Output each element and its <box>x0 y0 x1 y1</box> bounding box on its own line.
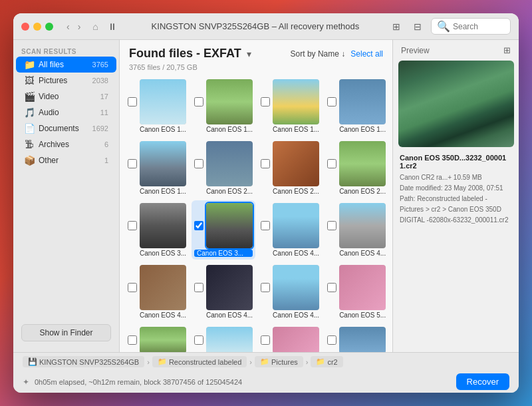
file-checkbox[interactable] <box>261 221 270 230</box>
list-item[interactable]: Canon EOS 3... <box>192 200 255 260</box>
file-name: Canon EOS 2... <box>194 188 253 195</box>
window-title: KINGSTON SNVP325S264GB – All recovery me… <box>128 21 383 31</box>
recover-button[interactable]: Recover <box>456 373 509 390</box>
folder-icon-2: 📁 <box>260 357 269 366</box>
file-name: Canon EOS 4... <box>194 311 253 319</box>
list-item[interactable] <box>192 324 255 352</box>
sort-button[interactable]: Sort by Name ↓ <box>291 49 346 59</box>
file-checkbox[interactable] <box>128 159 137 168</box>
sidebar-item-other[interactable]: 📦 Other 1 <box>16 152 116 168</box>
breadcrumb-sep-2: › <box>249 358 252 366</box>
pause-button[interactable]: ⏸ <box>108 21 117 32</box>
list-item[interactable]: Canon EOS 1... <box>258 77 322 136</box>
back-button[interactable]: ‹ <box>64 20 72 33</box>
list-item[interactable]: Canon EOS 2... <box>258 138 322 198</box>
sidebar-item-video[interactable]: 🎬 Video 17 <box>16 89 116 104</box>
file-checkbox[interactable] <box>261 97 270 106</box>
file-checkbox[interactable] <box>261 283 270 292</box>
sidebar-item-audio[interactable]: 🎵 Audio 11 <box>16 104 116 120</box>
sliders-button[interactable]: ⊟ <box>410 19 426 34</box>
sidebar-item-pictures[interactable]: 🖼 Pictures 2038 <box>16 73 116 89</box>
preview-meta: Canon CR2 ra...+ 10.59 MB Date modified:… <box>393 171 519 227</box>
main-window: ‹ › ⌂ ⏸ KINGSTON SNVP325S264GB – All rec… <box>13 13 519 393</box>
list-item[interactable]: Canon EOS 4... <box>125 262 189 321</box>
breadcrumb-item-reconstructed[interactable]: 📁 Reconstructed labeled <box>152 356 247 367</box>
file-checkbox[interactable] <box>327 97 336 106</box>
sidebar-label-audio: Audio <box>39 108 96 117</box>
list-item[interactable]: Canon EOS 1... <box>325 77 388 136</box>
sidebar-label-video: Video <box>39 92 96 101</box>
sidebar-label-archives: Archives <box>39 140 100 149</box>
file-checkbox[interactable] <box>194 97 203 106</box>
list-item[interactable]: Canon EOS 1... <box>125 138 189 198</box>
sidebar-label-other: Other <box>39 156 100 165</box>
file-checkbox[interactable] <box>327 283 336 292</box>
sidebar-section-label: Scan results <box>13 45 119 57</box>
file-checkbox[interactable] <box>327 159 336 168</box>
sidebar-item-archives[interactable]: 🗜 Archives 6 <box>16 136 116 152</box>
file-name: Canon EOS 1... <box>128 126 186 133</box>
preview-options-icon[interactable]: ⊞ <box>503 45 511 55</box>
preview-path-value: Reconstructed labeled - Pictures > cr2 >… <box>400 195 508 224</box>
file-name: Canon EOS 1... <box>194 126 253 133</box>
sidebar-item-documents[interactable]: 📄 Documents 1692 <box>16 120 116 136</box>
list-item[interactable]: Canon EOS 4... <box>192 262 255 321</box>
preview-type: Canon CR2 ra...+ 10.59 MB <box>400 172 512 183</box>
file-name: Canon EOS 4... <box>261 250 319 257</box>
file-checkbox[interactable] <box>128 221 137 230</box>
file-checkbox[interactable] <box>194 221 203 230</box>
fullscreen-button[interactable] <box>45 23 53 31</box>
close-button[interactable] <box>21 23 29 31</box>
traffic-lights <box>21 23 53 31</box>
breadcrumb-item-drive[interactable]: 💾 KINGSTON SNVP325S264GB <box>23 356 144 367</box>
list-item[interactable]: Canon EOS 4... <box>258 262 322 321</box>
list-item[interactable] <box>258 324 322 352</box>
file-checkbox[interactable] <box>128 97 137 106</box>
file-checkbox[interactable] <box>261 159 270 168</box>
forward-button[interactable]: › <box>75 20 84 33</box>
search-input[interactable] <box>453 22 513 31</box>
titlebar: ‹ › ⌂ ⏸ KINGSTON SNVP325S264GB – All rec… <box>13 13 519 40</box>
search-box: 🔍 <box>431 18 511 35</box>
sidebar-label-all-files: All files <box>39 60 88 69</box>
preview-panel: Preview ⊞ Canon EOS 350D...3232_000011.c… <box>392 40 519 352</box>
sidebar-item-all-files[interactable]: 📁 All files 3765 <box>16 57 116 73</box>
home-button[interactable]: ⌂ <box>88 20 102 33</box>
breadcrumb-item-pictures[interactable]: 📁 Pictures <box>255 356 303 367</box>
sidebar: Scan results 📁 All files 3765 🖼 Pictures… <box>13 40 120 352</box>
list-item[interactable]: Canon EOS 3... <box>125 200 189 260</box>
file-grid: Canon EOS 1... Canon EOS 1... <box>120 74 392 352</box>
file-checkbox[interactable] <box>128 283 137 292</box>
file-checkbox[interactable] <box>327 335 336 345</box>
breadcrumb-item-cr2[interactable]: 📁 cr2 <box>311 356 342 367</box>
list-item[interactable] <box>125 324 189 352</box>
list-item[interactable]: Canon EOS 5... <box>325 262 388 321</box>
preview-filename: Canon EOS 350D...3232_000011.cr2 <box>393 150 519 171</box>
file-checkbox[interactable] <box>194 335 203 345</box>
show-in-finder-button[interactable]: Show in Finder <box>21 324 111 341</box>
sidebar-count-archives: 6 <box>104 140 108 148</box>
grid-view-button[interactable]: ⊞ <box>388 19 404 34</box>
file-checkbox[interactable] <box>194 283 203 292</box>
file-checkbox[interactable] <box>194 159 203 168</box>
sidebar-count-pictures: 2038 <box>92 77 108 85</box>
list-item[interactable]: Canon EOS 2... <box>325 138 388 198</box>
file-name: Canon EOS 4... <box>327 250 386 257</box>
file-checkbox[interactable] <box>327 221 336 230</box>
list-item[interactable]: Canon EOS 2... <box>192 138 255 198</box>
list-item[interactable]: Canon EOS 4... <box>325 200 388 260</box>
file-name: Canon EOS 1... <box>327 126 386 133</box>
title-dropdown-arrow[interactable]: ▾ <box>247 49 251 59</box>
file-checkbox[interactable] <box>261 335 270 345</box>
list-item[interactable] <box>325 324 388 352</box>
file-area: Found files - EXFAT ▾ Sort by Name ↓ Sel… <box>120 40 392 352</box>
list-item[interactable]: Canon EOS 4... <box>258 200 322 260</box>
file-checkbox[interactable] <box>128 335 137 345</box>
folder-icon-1: 📁 <box>158 357 167 366</box>
list-item[interactable]: Canon EOS 1... <box>192 77 255 136</box>
drive-icon: 💾 <box>28 357 37 366</box>
select-all-button[interactable]: Select all <box>350 49 383 59</box>
list-item[interactable]: Canon EOS 1... <box>125 77 189 136</box>
breadcrumb-reconstructed-label: Reconstructed labeled <box>169 358 241 366</box>
minimize-button[interactable] <box>33 23 41 31</box>
